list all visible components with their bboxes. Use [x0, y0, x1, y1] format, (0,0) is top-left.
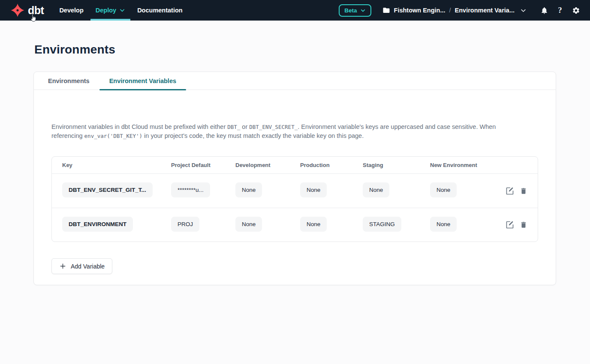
variable-new-environment-value: None	[430, 217, 457, 232]
variable-development-value: None	[235, 217, 262, 232]
tab-label: Environments	[48, 78, 90, 84]
code-env-var-call: env_var('DBT_KEY')	[84, 133, 142, 139]
code-dbt-prefix: DBT_	[227, 124, 240, 130]
chevron-down-icon[interactable]	[520, 7, 527, 14]
nav-item-documentation[interactable]: Documentation	[131, 0, 189, 21]
tab-bar: Environments Environment Variables	[34, 72, 556, 90]
description-text: or	[240, 123, 249, 130]
variable-staging-value: STAGING	[363, 217, 401, 232]
tab-label: Environment Variables	[109, 78, 176, 84]
variable-project-default: ********u...	[171, 182, 210, 197]
beta-dropdown[interactable]: Beta	[339, 4, 371, 17]
folder-icon	[382, 6, 390, 14]
help-icon[interactable]: ?	[555, 6, 565, 15]
delete-variable-trash-icon[interactable]	[520, 221, 527, 229]
nav-item-deploy[interactable]: Deploy	[90, 0, 131, 21]
environments-card: Environments Environment Variables Envir…	[33, 72, 556, 285]
row-actions	[499, 187, 527, 195]
column-header-key: Key	[62, 162, 171, 168]
breadcrumb-separator: /	[449, 7, 451, 14]
nav-item-label: Develop	[59, 7, 83, 14]
navbar-right: Beta Fishtown Engin... / Environment Var…	[339, 4, 581, 17]
tab-environments[interactable]: Environments	[38, 72, 99, 90]
breadcrumb-page[interactable]: Environment Varia...	[455, 7, 515, 14]
variable-project-default: PROJ	[171, 217, 199, 232]
dbt-logo-icon	[10, 3, 25, 18]
nav-item-label: Documentation	[137, 7, 183, 14]
table-row: DBT_ENV_SECRET_GIT_T... ********u... Non…	[52, 174, 538, 208]
variable-production-value: None	[300, 217, 327, 232]
page-title: Environments	[34, 43, 590, 57]
add-variable-button[interactable]: Add Variable	[51, 258, 112, 274]
edit-variable-icon[interactable]	[506, 187, 514, 195]
column-header-staging: Staging	[363, 162, 430, 168]
env-variables-description: Environment variables in dbt Cloud must …	[51, 122, 497, 140]
main-nav: Develop Deploy Documentation	[53, 0, 188, 21]
code-dbt-env-secret-prefix: DBT_ENV_SECRET_	[249, 124, 298, 130]
variable-key: DBT_ENV_SECRET_GIT_T...	[62, 182, 153, 197]
tab-environment-variables[interactable]: Environment Variables	[99, 72, 186, 90]
nav-item-label: Deploy	[96, 7, 116, 14]
variable-staging-value: None	[363, 182, 389, 197]
row-actions	[499, 221, 527, 229]
column-header-new-environment: New Environment	[430, 162, 499, 168]
description-text: Environment variables in dbt Cloud must …	[51, 123, 227, 130]
variable-key: DBT_ENVIRONMENT	[62, 217, 133, 232]
nav-item-develop[interactable]: Develop	[53, 0, 89, 21]
column-header-project-default: Project Default	[171, 162, 235, 168]
variable-new-environment-value: None	[430, 182, 457, 197]
chevron-down-icon	[360, 8, 366, 13]
top-navbar: dbt Develop Deploy Documentation Beta	[0, 0, 590, 21]
description-text: in your project's code, the key must mat…	[142, 132, 364, 139]
column-header-production: Production	[300, 162, 363, 168]
settings-gear-icon[interactable]	[571, 6, 581, 15]
chevron-down-icon	[119, 7, 125, 13]
notifications-bell-icon[interactable]	[539, 6, 549, 15]
table-header-row: Key Project Default Development Producti…	[52, 157, 538, 174]
project-breadcrumb[interactable]: Fishtown Engin... / Environment Varia...	[382, 6, 527, 14]
mouse-cursor-hand-icon	[29, 13, 37, 24]
plus-icon	[59, 263, 66, 270]
breadcrumb-project[interactable]: Fishtown Engin...	[394, 7, 446, 14]
add-variable-label: Add Variable	[71, 263, 105, 270]
variable-production-value: None	[300, 182, 327, 197]
delete-variable-trash-icon[interactable]	[520, 187, 527, 195]
table-row: DBT_ENVIRONMENT PROJ None None STAGING N…	[52, 208, 538, 242]
navbar-icon-group: ?	[539, 6, 581, 15]
dbt-logo[interactable]: dbt	[10, 3, 44, 18]
beta-label: Beta	[344, 7, 357, 14]
environment-variables-table: Key Project Default Development Producti…	[51, 156, 538, 242]
variable-development-value: None	[235, 182, 262, 197]
edit-variable-icon[interactable]	[506, 221, 514, 229]
column-header-development: Development	[235, 162, 300, 168]
